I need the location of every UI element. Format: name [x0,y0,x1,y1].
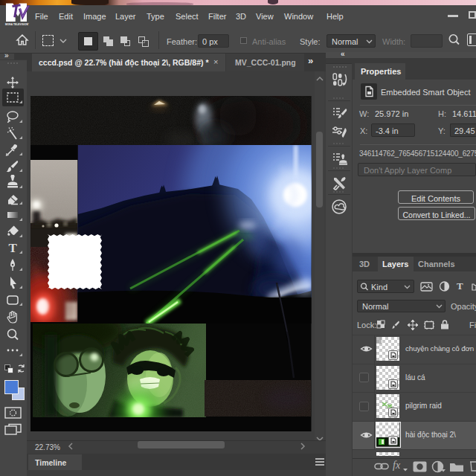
svg-text:T: T [9,241,18,255]
svg-text:MONA TELEVISION’: MONA TELEVISION’ [5,23,29,26]
